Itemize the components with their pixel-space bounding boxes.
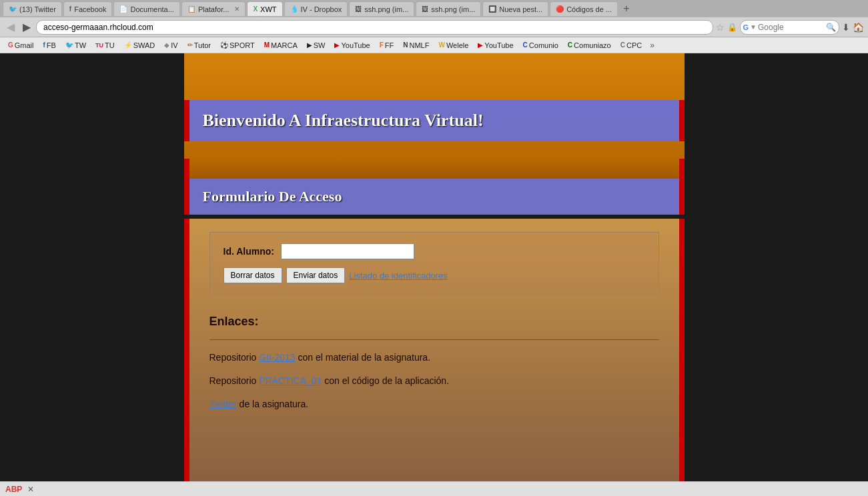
- address-bar: ◀ ▶ ☆ 🔒 G ▼ 🔍 ⬇ 🏠: [0, 17, 868, 37]
- dropbox-favicon: 💧: [290, 5, 298, 13]
- tab-nueva-label: Nueva pest...: [499, 5, 542, 13]
- nueva-favicon: 🔲: [488, 5, 496, 13]
- bookmark-star-button[interactable]: ☆: [716, 22, 725, 33]
- tab-xwt[interactable]: X XWT: [247, 1, 282, 16]
- platafor-favicon: 📋: [187, 5, 195, 13]
- tab-nueva[interactable]: 🔲 Nueva pest...: [482, 1, 548, 16]
- youtube1-icon: ▶: [334, 41, 340, 49]
- adblock-icon[interactable]: ABP: [5, 485, 22, 494]
- bookmark-youtube2-label: YouTube: [484, 41, 513, 49]
- search-dropdown-icon[interactable]: ▼: [750, 23, 757, 31]
- bookmark-welele[interactable]: W Welele: [434, 40, 472, 51]
- tab-dropbox[interactable]: 💧 IV - Dropbox: [284, 1, 348, 16]
- gii2013-link[interactable]: GII-2013: [259, 352, 295, 363]
- xwt-favicon: X: [253, 5, 258, 13]
- tutor-icon: ✏: [187, 41, 193, 49]
- tab-twitter-label: (13) Twitter: [19, 5, 56, 13]
- back-button[interactable]: ◀: [4, 19, 17, 35]
- facebook-favicon: f: [69, 5, 71, 13]
- bookmark-gmail[interactable]: G Gmail: [4, 40, 38, 51]
- clear-button[interactable]: Borrar datos: [224, 267, 282, 283]
- tab-ssh2[interactable]: 🖼 ssh.png (im...: [416, 1, 481, 16]
- tab-codigos[interactable]: 🔴 Códigos de ...: [550, 1, 618, 16]
- bookmark-sport-label: SPORT: [230, 41, 255, 49]
- sport-icon: ⚽: [220, 41, 228, 49]
- bookmark-sw-label: SW: [314, 41, 326, 49]
- bookmark-comuniazo-label: Comuniazo: [574, 41, 611, 49]
- forward-button[interactable]: ▶: [20, 19, 33, 35]
- link1-post: con el material de la asignatura.: [296, 352, 430, 363]
- bookmark-youtube1[interactable]: ▶ YouTube: [330, 40, 374, 51]
- form-title: Formulario De Acceso: [203, 188, 666, 205]
- tab-documenta-label: Documenta...: [130, 5, 173, 13]
- address-input[interactable]: [36, 20, 713, 35]
- welcome-title: Bienvenido A Infraestructura Virtual!: [203, 111, 666, 131]
- bookmark-comunio[interactable]: C Comunio: [519, 40, 562, 51]
- form-buttons: Borrar datos Enviar datos Listado de ide…: [224, 267, 645, 283]
- twitter-bm-icon: 🐦: [65, 41, 73, 49]
- bookmark-tutor-label: Tutor: [194, 41, 211, 49]
- page-content: Bienvenido A Infraestructura Virtual! Fo…: [0, 53, 868, 481]
- tu-icon: TU: [95, 42, 103, 49]
- home-button[interactable]: 🏠: [853, 22, 864, 33]
- security-button[interactable]: 🔒: [727, 23, 737, 32]
- bookmark-iv[interactable]: ◆ IV: [160, 40, 181, 51]
- tab-platafor[interactable]: 📋 Platafor... ✕: [181, 1, 246, 16]
- bookmark-tutor[interactable]: ✏ Tutor: [183, 40, 215, 51]
- search-go-button[interactable]: 🔍: [826, 23, 836, 32]
- bookmark-comunio-label: Comunio: [529, 41, 558, 49]
- tab-ssh2-label: ssh.png (im...: [431, 5, 475, 13]
- status-bar: ABP ✕: [0, 481, 868, 496]
- bookmark-marca[interactable]: M MARCA: [260, 40, 302, 51]
- tab-twitter[interactable]: 🐦 (13) Twitter: [3, 1, 62, 16]
- bookmark-tw[interactable]: 🐦 TW: [61, 40, 90, 51]
- gmail-icon: G: [8, 41, 13, 49]
- youtube2-icon: ▶: [478, 41, 483, 49]
- bookmark-tu[interactable]: TU TU: [91, 40, 119, 51]
- bookmark-fb[interactable]: f FB: [39, 40, 60, 51]
- content-area: Id. Alumno: Borrar datos Enviar datos Li…: [184, 219, 685, 481]
- bookmark-nmlf[interactable]: N NMLF: [399, 40, 433, 51]
- bookmark-cpc-label: CPC: [626, 41, 642, 49]
- twitter-link[interactable]: Twitter: [209, 399, 237, 409]
- bookmark-swad[interactable]: ⚡ SWAD: [120, 40, 159, 51]
- bookmark-marca-label: MARCA: [271, 41, 298, 49]
- send-button[interactable]: Enviar datos: [286, 267, 346, 283]
- status-close-icon[interactable]: ✕: [27, 485, 34, 494]
- comunio-icon: C: [523, 41, 528, 49]
- close-tab-platafor[interactable]: ✕: [234, 5, 240, 13]
- new-tab-button[interactable]: +: [619, 1, 634, 16]
- links-divider: [209, 339, 659, 340]
- bookmark-youtube2[interactable]: ▶ YouTube: [474, 40, 517, 51]
- center-panel: Bienvenido A Infraestructura Virtual! Fo…: [184, 53, 685, 481]
- welele-icon: W: [438, 41, 444, 49]
- bookmark-ff[interactable]: F FF: [376, 40, 398, 51]
- tab-facebook[interactable]: f Facebook: [63, 1, 113, 16]
- form-banner: Formulario De Acceso: [184, 179, 685, 215]
- id-alumno-input[interactable]: [281, 243, 414, 259]
- tab-xwt-label: XWT: [260, 5, 276, 13]
- tab-codigos-label: Códigos de ...: [566, 5, 612, 13]
- welcome-banner: Bienvenido A Infraestructura Virtual!: [184, 100, 685, 141]
- bookmark-ff-label: FF: [385, 41, 394, 49]
- sw-icon: ▶: [307, 41, 312, 49]
- bookmark-sw[interactable]: ▶ SW: [303, 40, 330, 51]
- practica01-link[interactable]: PRACTICA_01: [259, 375, 322, 386]
- bookmark-comuniazo[interactable]: C Comuniazo: [564, 40, 615, 51]
- facebook-bm-icon: f: [43, 41, 45, 49]
- comuniazo-icon: C: [568, 41, 572, 49]
- bookmark-cpc[interactable]: C CPC: [616, 40, 646, 51]
- bookmark-nmlf-label: NMLF: [410, 41, 430, 49]
- orange-stripe: [184, 159, 685, 179]
- tab-ssh1[interactable]: 🖼 ssh.png (im...: [349, 1, 414, 16]
- bookmarks-more-button[interactable]: »: [647, 39, 657, 51]
- bookmark-sport[interactable]: ⚽ SPORT: [216, 40, 259, 51]
- nmlf-icon: N: [403, 41, 408, 49]
- cpc-icon: C: [620, 41, 625, 49]
- link-line-1: Repositorio GII-2013 con el material de …: [209, 351, 659, 365]
- download-button[interactable]: ⬇: [842, 22, 850, 33]
- tab-documenta[interactable]: 📄 Documenta...: [113, 1, 179, 16]
- identifiers-link[interactable]: Listado de identificadores: [349, 271, 447, 281]
- search-input[interactable]: [758, 23, 825, 32]
- bookmark-tw-label: TW: [75, 41, 86, 49]
